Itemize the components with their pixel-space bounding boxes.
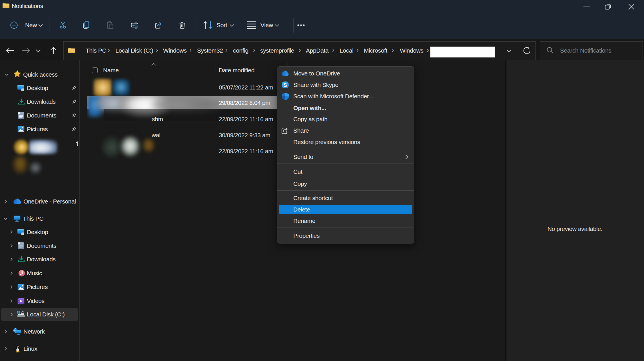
svg-text:S: S [284,82,287,88]
